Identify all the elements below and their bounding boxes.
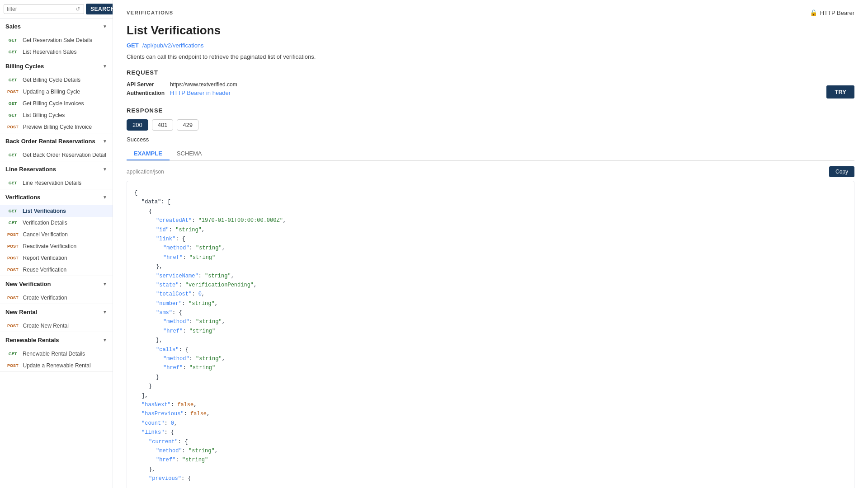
search-button[interactable]: SEARCH (86, 4, 113, 14)
endpoint-url: /api/pub/v2/verifications (142, 42, 204, 49)
line-reservations-label: Line Reservations (5, 166, 56, 173)
sidebar-item-create-new-rental[interactable]: POST Create New Rental (0, 320, 113, 332)
item-label: Line Reservation Details (23, 180, 81, 186)
sidebar: ↺ SEARCH Sales ▼ GET Get Reservation Sal… (0, 0, 113, 488)
sidebar-section-new-rental: New Rental ▼ POST Create New Rental (0, 304, 113, 332)
renewable-rentals-label: Renewable Rentals (5, 337, 59, 343)
verifications-chevron: ▼ (103, 195, 107, 200)
verifications-label: Verifications (5, 194, 40, 201)
sidebar-item-update-renewable-rental[interactable]: POST Update a Renewable Rental (0, 360, 113, 371)
item-label: Preview Billing Cycle Invoice (23, 124, 92, 130)
sidebar-item-create-verification[interactable]: POST Create Verification (0, 292, 113, 304)
sidebar-item-report-verification[interactable]: POST Report Verification (0, 252, 113, 264)
main-content: VERIFICATIONS 🔒 HTTP Bearer List Verific… (113, 0, 868, 488)
item-label: Get Reservation Sale Details (23, 37, 92, 43)
item-label: Create New Rental (23, 323, 69, 329)
code-block: { "data": [ { "createdAt": "1970-01-01T0… (127, 181, 854, 488)
endpoint-description: Clients can call this endpoint to retrie… (127, 53, 854, 60)
sidebar-item-list-billing-cycles[interactable]: GET List Billing Cycles (0, 109, 113, 121)
new-rental-chevron: ▼ (103, 310, 107, 314)
renewable-rentals-section-header[interactable]: Renewable Rentals ▼ (0, 332, 113, 348)
method-get-badge: GET (5, 351, 20, 357)
sidebar-item-line-reservation-details[interactable]: GET Line Reservation Details (0, 177, 113, 189)
auth-label: HTTP Bearer (820, 9, 854, 16)
method-post-badge: POST (5, 89, 20, 94)
api-server-value: https://www.textverified.com (170, 81, 854, 88)
sidebar-sections: Sales ▼ GET Get Reservation Sale Details… (0, 19, 113, 372)
sidebar-item-updating-billing-cycle[interactable]: POST Updating a Billing Cycle (0, 86, 113, 98)
section-label: VERIFICATIONS (127, 10, 174, 15)
method-get-badge: GET (5, 38, 20, 43)
back-order-label: Back Order Rental Reservations (5, 138, 95, 145)
response-code-200[interactable]: 200 (127, 119, 148, 131)
sidebar-item-reactivate-verification[interactable]: POST Reactivate Verification (0, 240, 113, 252)
item-label: Renewable Rental Details (23, 351, 85, 357)
item-label: Updating a Billing Cycle (23, 89, 80, 95)
sidebar-item-preview-billing-cycle-invoice[interactable]: POST Preview Billing Cycle Invoice (0, 121, 113, 133)
api-server-label: API Server (127, 81, 165, 88)
new-rental-section-header[interactable]: New Rental ▼ (0, 304, 113, 320)
item-label: Get Billing Cycle Details (23, 77, 80, 83)
copy-button[interactable]: Copy (829, 166, 854, 177)
response-section-title: RESPONSE (127, 107, 854, 114)
method-post-badge: POST (5, 363, 20, 368)
sidebar-item-cancel-verification[interactable]: POST Cancel Verification (0, 229, 113, 240)
sidebar-item-get-reservation-sale-details[interactable]: GET Get Reservation Sale Details (0, 34, 113, 46)
tab-schema[interactable]: SCHEMA (170, 147, 209, 160)
new-rental-label: New Rental (5, 309, 37, 315)
request-table: API Server https://www.textverified.com … (127, 81, 854, 96)
response-code-429[interactable]: 429 (177, 119, 198, 131)
sidebar-section-back-order: Back Order Rental Reservations ▼ GET Get… (0, 133, 113, 161)
line-reservations-chevron: ▼ (103, 167, 107, 172)
method-get-badge: GET (5, 49, 20, 55)
method-post-badge: POST (5, 295, 20, 300)
new-verification-label: New Verification (5, 281, 51, 287)
top-bar: VERIFICATIONS 🔒 HTTP Bearer (127, 9, 854, 16)
billing-cycles-section-header[interactable]: Billing Cycles ▼ (0, 58, 113, 74)
sidebar-item-reuse-verification[interactable]: POST Reuse Verification (0, 264, 113, 276)
sidebar-item-get-billing-cycle-details[interactable]: GET Get Billing Cycle Details (0, 74, 113, 86)
response-codes: 200 401 429 (127, 119, 854, 131)
item-label: Cancel Verification (23, 231, 68, 238)
line-reservations-section-header[interactable]: Line Reservations ▼ (0, 161, 113, 177)
clear-search-icon[interactable]: ↺ (75, 6, 81, 12)
method-post-badge: POST (5, 267, 20, 272)
method-post-badge: POST (5, 323, 20, 328)
method-post-badge: POST (5, 244, 20, 249)
sidebar-section-line-reservations: Line Reservations ▼ GET Line Reservation… (0, 161, 113, 189)
method-get-badge: GET (5, 113, 20, 118)
method-post-badge: POST (5, 255, 20, 261)
sidebar-item-get-back-order-reservation-detail[interactable]: GET Get Back Order Reservation Detail (0, 149, 113, 161)
search-input[interactable] (7, 6, 75, 12)
sidebar-item-verification-details[interactable]: GET Verification Details (0, 217, 113, 229)
authentication-label: Authentication (127, 90, 165, 96)
sidebar-section-billing-cycles: Billing Cycles ▼ GET Get Billing Cycle D… (0, 58, 113, 133)
sales-section-header[interactable]: Sales ▼ (0, 19, 113, 34)
method-get-badge: GET (5, 208, 20, 214)
auth-indicator[interactable]: 🔒 HTTP Bearer (810, 9, 854, 16)
method-get-badge: GET (5, 220, 20, 225)
new-verification-section-header[interactable]: New Verification ▼ (0, 276, 113, 292)
verifications-section-header[interactable]: Verifications ▼ (0, 189, 113, 205)
search-input-wrapper[interactable]: ↺ (4, 4, 84, 14)
code-header: application/json Copy (127, 166, 854, 177)
endpoint-method: GET (127, 42, 139, 49)
sidebar-item-list-verifications[interactable]: GET List Verifications (0, 205, 113, 217)
sales-label: Sales (5, 23, 21, 30)
tab-example[interactable]: EXAMPLE (127, 147, 170, 160)
billing-cycles-chevron: ▼ (103, 64, 107, 69)
back-order-section-header[interactable]: Back Order Rental Reservations ▼ (0, 133, 113, 149)
item-label: List Billing Cycles (23, 112, 65, 118)
sidebar-item-get-billing-cycle-invoices[interactable]: GET Get Billing Cycle Invoices (0, 98, 113, 109)
sidebar-item-list-reservation-sales[interactable]: GET List Reservation Sales (0, 46, 113, 58)
sidebar-item-renewable-rental-details[interactable]: GET Renewable Rental Details (0, 348, 113, 360)
item-label: Update a Renewable Rental (23, 362, 91, 369)
sidebar-section-new-verification: New Verification ▼ POST Create Verificat… (0, 276, 113, 304)
authentication-value[interactable]: HTTP Bearer in header (170, 89, 854, 96)
response-code-401[interactable]: 401 (152, 119, 174, 131)
method-get-badge: GET (5, 101, 20, 106)
item-label: Create Verification (23, 295, 67, 301)
sidebar-section-renewable-rentals: Renewable Rentals ▼ GET Renewable Rental… (0, 332, 113, 372)
item-label: List Reservation Sales (23, 49, 76, 55)
renewable-rentals-chevron: ▼ (103, 338, 107, 343)
